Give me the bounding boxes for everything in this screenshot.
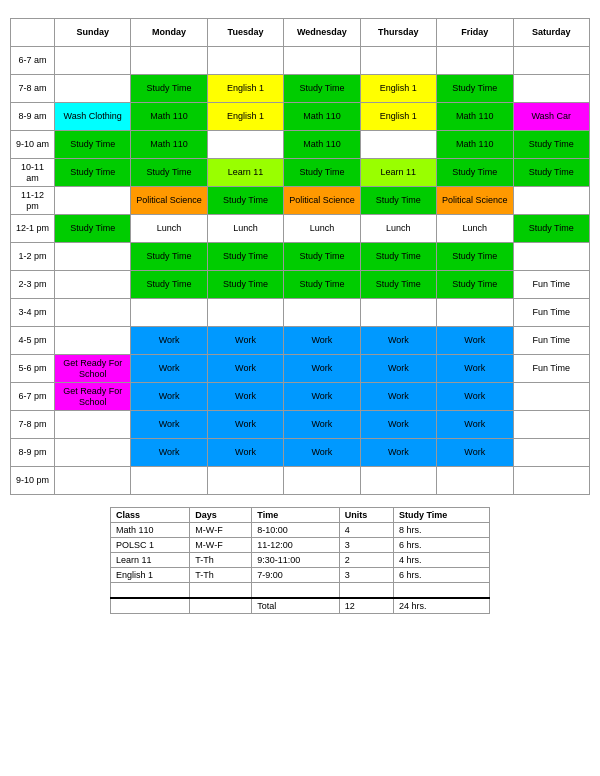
schedule-cell: Work xyxy=(284,439,360,467)
schedule-cell: English 1 xyxy=(360,103,436,131)
schedule-cell: Work xyxy=(360,355,436,383)
schedule-cell xyxy=(513,439,590,467)
summary-cell: English 1 xyxy=(111,568,190,583)
schedule-cell xyxy=(54,271,130,299)
schedule-cell xyxy=(437,467,513,495)
schedule-cell: Work xyxy=(437,327,513,355)
schedule-cell xyxy=(513,47,590,75)
schedule-cell: Lunch xyxy=(207,215,283,243)
summary-cell: 2 xyxy=(339,553,393,568)
schedule-cell xyxy=(284,467,360,495)
summary-total-empty2 xyxy=(190,598,252,614)
schedule-cell xyxy=(360,467,436,495)
schedule-cell: English 1 xyxy=(207,75,283,103)
schedule-cell xyxy=(54,243,130,271)
schedule-cell: Study Time xyxy=(284,271,360,299)
schedule-cell xyxy=(54,327,130,355)
schedule-cell: Work xyxy=(207,439,283,467)
summary-cell: T-Th xyxy=(190,553,252,568)
summary-table: Class Days Time Units Study Time Math 11… xyxy=(110,507,490,614)
schedule-cell: Study Time xyxy=(513,131,590,159)
time-slot: 9-10 pm xyxy=(11,467,55,495)
schedule-cell: Study Time xyxy=(54,159,130,187)
schedule-cell: Work xyxy=(284,383,360,411)
schedule-cell: Wash Clothing xyxy=(54,103,130,131)
schedule-cell: Study Time xyxy=(54,215,130,243)
summary-cell: 11-12:00 xyxy=(252,538,339,553)
schedule-cell: Political Science xyxy=(284,187,360,215)
time-slot: 9-10 am xyxy=(11,131,55,159)
summary-cell: M-W-F xyxy=(190,538,252,553)
time-header xyxy=(11,19,55,47)
schedule-cell: Math 110 xyxy=(284,131,360,159)
schedule-cell: Work xyxy=(284,327,360,355)
schedule-cell: Study Time xyxy=(360,243,436,271)
summary-cell: 8 hrs. xyxy=(393,523,489,538)
summary-cell: 8-10:00 xyxy=(252,523,339,538)
summary-empty-cell xyxy=(393,583,489,599)
summary-total-units: 12 xyxy=(339,598,393,614)
schedule-cell xyxy=(360,299,436,327)
schedule-cell: Study Time xyxy=(54,131,130,159)
schedule-cell: Fun Time xyxy=(513,355,590,383)
schedule-cell xyxy=(513,243,590,271)
schedule-cell: Work xyxy=(207,411,283,439)
summary-cell: T-Th xyxy=(190,568,252,583)
summary-cell: Learn 11 xyxy=(111,553,190,568)
schedule-cell: Work xyxy=(437,355,513,383)
schedule-cell xyxy=(437,47,513,75)
schedule-cell: Lunch xyxy=(437,215,513,243)
schedule-cell: Learn 11 xyxy=(360,159,436,187)
schedule-cell: Study Time xyxy=(437,159,513,187)
summary-total-empty1 xyxy=(111,598,190,614)
time-slot: 12-1 pm xyxy=(11,215,55,243)
schedule-cell xyxy=(54,411,130,439)
schedule-cell: Math 110 xyxy=(131,131,207,159)
schedule-cell: Work xyxy=(437,439,513,467)
schedule-cell: Study Time xyxy=(284,243,360,271)
schedule-cell: Learn 11 xyxy=(207,159,283,187)
time-slot: 8-9 am xyxy=(11,103,55,131)
schedule-cell: Political Science xyxy=(131,187,207,215)
time-slot: 11-12 pm xyxy=(11,187,55,215)
summary-cell: 3 xyxy=(339,538,393,553)
schedule-cell: Lunch xyxy=(131,215,207,243)
schedule-cell: Get Ready For School xyxy=(54,355,130,383)
time-slot: 6-7 am xyxy=(11,47,55,75)
schedule-cell: Study Time xyxy=(131,271,207,299)
schedule-cell: Study Time xyxy=(437,271,513,299)
summary-class-header: Class xyxy=(111,508,190,523)
time-slot: 4-5 pm xyxy=(11,327,55,355)
schedule-cell xyxy=(437,299,513,327)
schedule-cell: Study Time xyxy=(284,159,360,187)
schedule-cell: Work xyxy=(131,383,207,411)
schedule-cell: Fun Time xyxy=(513,327,590,355)
summary-time-header: Time xyxy=(252,508,339,523)
schedule-cell: Work xyxy=(437,411,513,439)
schedule-cell: Work xyxy=(360,439,436,467)
schedule-cell xyxy=(131,299,207,327)
schedule-cell xyxy=(54,187,130,215)
summary-days-header: Days xyxy=(190,508,252,523)
summary-cell: 6 hrs. xyxy=(393,568,489,583)
schedule-cell: Work xyxy=(131,355,207,383)
schedule-cell xyxy=(54,439,130,467)
schedule-cell: Wash Car xyxy=(513,103,590,131)
schedule-cell xyxy=(207,131,283,159)
summary-cell: 3 xyxy=(339,568,393,583)
schedule-cell: Lunch xyxy=(284,215,360,243)
thursday-header: Thursday xyxy=(360,19,436,47)
schedule-cell: Work xyxy=(207,355,283,383)
summary-cell: 6 hrs. xyxy=(393,538,489,553)
schedule-cell: Work xyxy=(207,383,283,411)
schedule-cell: English 1 xyxy=(207,103,283,131)
schedule-cell: Get Ready For School xyxy=(54,383,130,411)
schedule-cell: Work xyxy=(131,411,207,439)
schedule-cell xyxy=(54,299,130,327)
schedule-cell xyxy=(131,467,207,495)
schedule-cell: Work xyxy=(437,383,513,411)
summary-empty-cell xyxy=(339,583,393,599)
schedule-cell xyxy=(513,75,590,103)
schedule-cell: Study Time xyxy=(437,243,513,271)
schedule-cell: Study Time xyxy=(437,75,513,103)
